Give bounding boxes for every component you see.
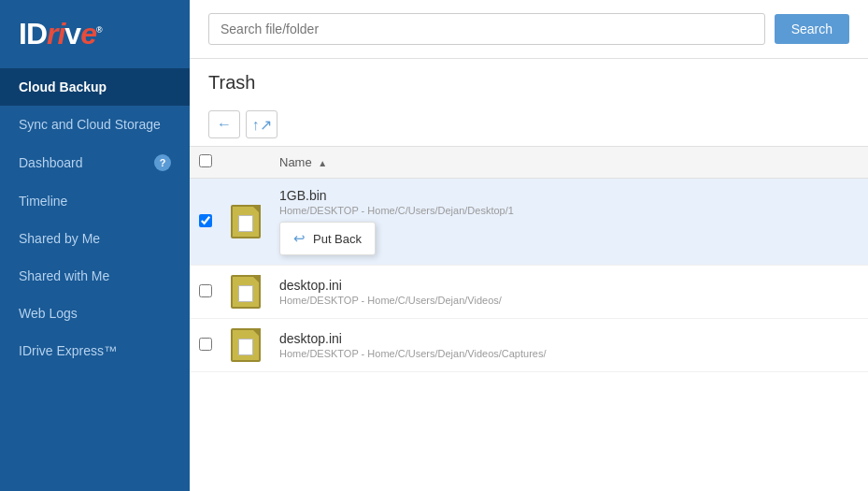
sidebar-item-label: Shared with Me: [19, 268, 109, 283]
file-name: desktop.ini: [279, 278, 859, 293]
back-button[interactable]: ←: [208, 110, 240, 138]
table-row: desktop.ini Home/DESKTOP - Home/C/Users/…: [190, 319, 868, 372]
sort-arrow: ▲: [318, 158, 327, 168]
sidebar-item-shared-with-me[interactable]: Shared with Me: [0, 257, 190, 295]
sidebar-item-label: Shared by Me: [19, 231, 100, 246]
sidebar: IDrive® Cloud Backup Sync and Cloud Stor…: [0, 0, 190, 491]
row-checkbox[interactable]: [199, 338, 212, 351]
file-icon-inner: [238, 339, 253, 355]
row-checkbox-cell: [190, 319, 221, 372]
sidebar-item-dashboard[interactable]: Dashboard ?: [0, 143, 190, 182]
file-type-icon: [231, 275, 261, 309]
file-name: 1GB.bin: [279, 188, 859, 203]
file-path: Home/DESKTOP - Home/C/Users/Dejan/Videos…: [279, 295, 859, 306]
col-name-label: Name: [279, 155, 312, 169]
page-title: Trash: [208, 72, 849, 94]
search-input[interactable]: [208, 13, 765, 45]
row-icon-cell: [221, 266, 270, 319]
sidebar-item-label: Dashboard: [19, 155, 83, 170]
sidebar-nav: Cloud Backup Sync and Cloud Storage Dash…: [0, 68, 190, 491]
logo-area: IDrive®: [0, 0, 190, 68]
select-all-checkbox[interactable]: [199, 154, 212, 167]
sidebar-item-label: IDrive Express™: [19, 343, 117, 358]
table-row: desktop.ini Home/DESKTOP - Home/C/Users/…: [190, 266, 868, 319]
sidebar-item-web-logs[interactable]: Web Logs: [0, 295, 190, 332]
row-checkbox-cell: [190, 266, 221, 319]
sidebar-item-label: Web Logs: [19, 306, 78, 321]
row-name-cell: desktop.ini Home/DESKTOP - Home/C/Users/…: [270, 266, 868, 319]
files-table: Name ▲ 1GB.bin: [190, 147, 868, 372]
col-icon: [221, 147, 270, 179]
row-name-cell: 1GB.bin Home/DESKTOP - Home/C/Users/Deja…: [270, 179, 868, 266]
row-checkbox-cell: [190, 179, 221, 266]
file-table: Name ▲ 1GB.bin: [190, 147, 868, 491]
file-toolbar: ← ↑↗: [190, 103, 868, 147]
table-header-row: Name ▲: [190, 147, 868, 179]
sidebar-item-label: Sync and Cloud Storage: [19, 117, 161, 132]
row-name-cell: desktop.ini Home/DESKTOP - Home/C/Users/…: [270, 319, 868, 372]
file-type-icon: [231, 328, 261, 362]
sidebar-item-sync-cloud[interactable]: Sync and Cloud Storage: [0, 106, 190, 143]
file-icon-inner: [238, 285, 253, 302]
sidebar-item-label: Timeline: [19, 194, 67, 209]
sidebar-item-shared-by-me[interactable]: Shared by Me: [0, 220, 190, 257]
page-title-bar: Trash: [190, 59, 868, 103]
put-back-label[interactable]: Put Back: [313, 232, 362, 246]
topbar: Search: [190, 0, 868, 59]
row-icon-cell: [221, 319, 270, 372]
sidebar-item-idrive-express[interactable]: IDrive Express™: [0, 332, 190, 369]
back-icon: ←: [217, 116, 232, 133]
restore-icon: ↑↗: [252, 116, 272, 134]
file-path: Home/DESKTOP - Home/C/Users/Dejan/Deskto…: [279, 205, 859, 216]
row-checkbox[interactable]: [199, 284, 212, 297]
sidebar-item-timeline[interactable]: Timeline: [0, 182, 190, 220]
main-content: Search Trash ← ↑↗ Name ▲: [190, 0, 868, 491]
sidebar-item-cloud-backup[interactable]: Cloud Backup: [0, 68, 190, 106]
col-checkbox: [190, 147, 221, 179]
col-name[interactable]: Name ▲: [270, 147, 868, 179]
put-back-icon: ↩: [293, 230, 306, 247]
file-name: desktop.ini: [279, 331, 859, 346]
restore-button[interactable]: ↑↗: [246, 110, 277, 138]
file-icon-inner: [238, 215, 253, 232]
file-type-icon: [231, 205, 261, 238]
logo: IDrive®: [19, 17, 102, 51]
sidebar-item-label: Cloud Backup: [19, 79, 107, 94]
help-badge[interactable]: ?: [154, 154, 171, 171]
row-checkbox[interactable]: [199, 214, 212, 227]
table-row: 1GB.bin Home/DESKTOP - Home/C/Users/Deja…: [190, 179, 868, 266]
file-path: Home/DESKTOP - Home/C/Users/Dejan/Videos…: [279, 348, 859, 359]
row-icon-cell: [221, 179, 270, 266]
context-menu: ↩ Put Back: [279, 222, 376, 255]
search-button[interactable]: Search: [775, 14, 849, 44]
